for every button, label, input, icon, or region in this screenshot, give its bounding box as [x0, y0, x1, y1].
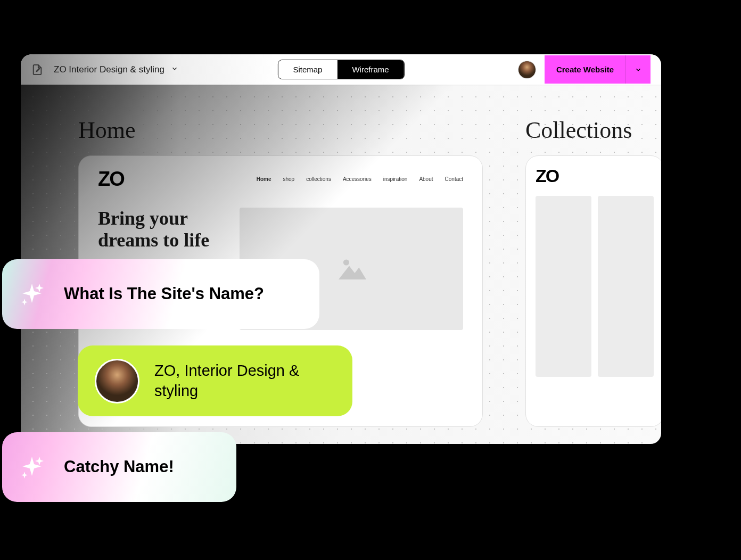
- ai-chat-bubble: What Is The Site's Name?: [2, 259, 319, 329]
- wireframe-tab[interactable]: Wireframe: [337, 60, 404, 79]
- sparkle-icon: [19, 282, 45, 307]
- topbar: ZO Interior Design & styling Sitemap Wir…: [21, 54, 661, 85]
- user-avatar-large: [95, 359, 139, 403]
- nav-item: shop: [283, 176, 295, 182]
- ai-message-text: Catchy Name!: [64, 456, 174, 477]
- wireframe-header: ZO Home shop collections Accessories ins…: [79, 156, 482, 202]
- ai-message-text: What Is The Site's Name?: [64, 283, 264, 304]
- nav-item: Contact: [445, 176, 463, 182]
- image-icon: [330, 253, 373, 285]
- create-website-group: Create Website: [545, 55, 651, 84]
- project-name[interactable]: ZO Interior Design & styling: [54, 64, 164, 75]
- user-message-text: ZO, Interior Design & styling: [154, 361, 331, 401]
- nav-item: About: [419, 176, 433, 182]
- nav-item: collections: [306, 176, 331, 182]
- document-edit-icon[interactable]: [31, 64, 43, 76]
- collections-wireframe[interactable]: ZO: [525, 155, 661, 427]
- sitemap-tab[interactable]: Sitemap: [278, 60, 337, 79]
- user-avatar[interactable]: [518, 61, 536, 79]
- svg-marker-1: [339, 266, 366, 279]
- nav-item: Accessories: [343, 176, 372, 182]
- wireframe-nav: Home shop collections Accessories inspir…: [257, 176, 463, 182]
- chevron-down-icon: [635, 66, 642, 73]
- create-website-dropdown[interactable]: [625, 55, 651, 84]
- chevron-down-icon[interactable]: [171, 65, 178, 75]
- user-chat-bubble: ZO, Interior Design & styling: [78, 345, 352, 416]
- image-placeholder: [536, 196, 591, 377]
- page-label-collections: Collections: [525, 117, 661, 144]
- page-label-home: Home: [78, 117, 483, 144]
- site-logo: ZO: [536, 166, 654, 186]
- ai-chat-bubble: Catchy Name!: [2, 432, 236, 502]
- nav-item: inspiration: [383, 176, 408, 182]
- nav-item: Home: [257, 176, 271, 182]
- view-toggle: Sitemap Wireframe: [277, 60, 404, 79]
- hero-title: Bring your dreams to life: [98, 208, 213, 252]
- svg-point-0: [343, 259, 349, 265]
- collections-grid: [526, 196, 661, 377]
- sparkle-icon: [19, 455, 45, 480]
- create-website-button[interactable]: Create Website: [545, 55, 625, 84]
- site-logo: ZO: [98, 168, 124, 191]
- image-placeholder: [598, 196, 654, 377]
- page-collections-section: Collections ZO: [525, 117, 661, 444]
